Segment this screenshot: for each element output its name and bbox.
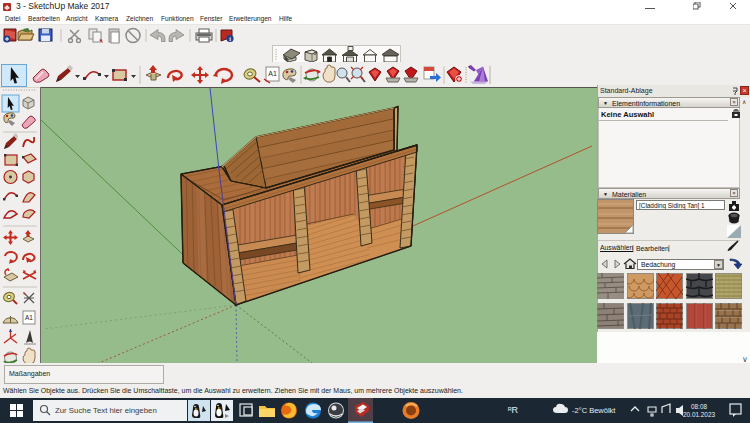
- svg-text:Zur Suche Text hier eingeben: Zur Suche Text hier eingeben: [55, 406, 157, 415]
- svg-text:ᴿR: ᴿR: [508, 405, 519, 415]
- svg-text:-2°C Bewölkt: -2°C Bewölkt: [572, 406, 616, 415]
- svg-text:A1: A1: [25, 314, 33, 321]
- svg-text:08:08: 08:08: [691, 403, 707, 410]
- svg-text:A1: A1: [268, 70, 277, 77]
- svg-text:20.01.2023: 20.01.2023: [683, 411, 715, 418]
